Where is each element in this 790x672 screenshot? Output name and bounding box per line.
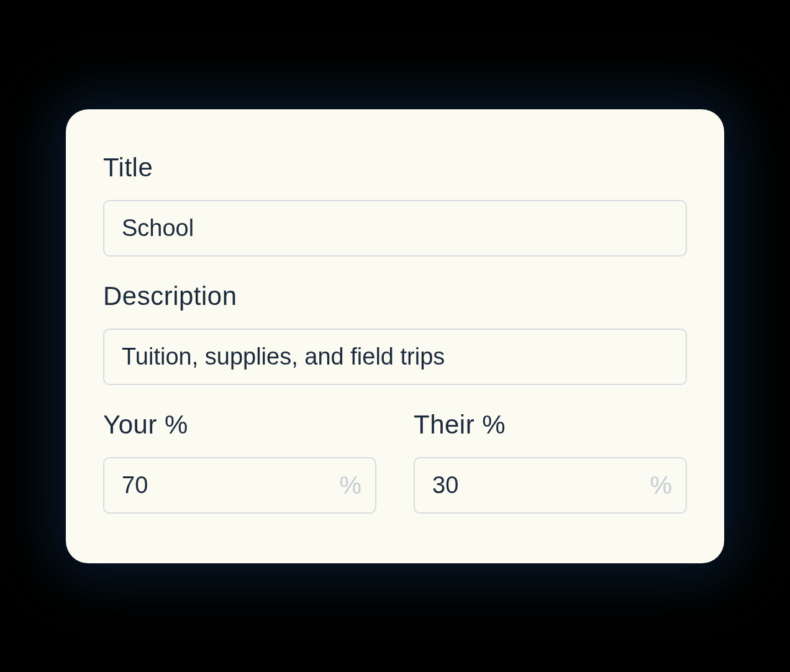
your-percent-input[interactable]: [103, 457, 376, 514]
expense-form-card: Title Description Your % % Their % %: [66, 109, 724, 563]
their-percent-group: Their % %: [414, 410, 687, 514]
your-percent-label: Your %: [103, 410, 376, 440]
title-group: Title: [103, 153, 687, 257]
description-group: Description: [103, 281, 687, 385]
their-percent-label: Their %: [414, 410, 687, 440]
your-percent-wrapper: %: [103, 457, 376, 514]
their-percent-wrapper: %: [414, 457, 687, 514]
percent-row: Your % % Their % %: [103, 410, 687, 514]
description-label: Description: [103, 281, 687, 311]
your-percent-group: Your % %: [103, 410, 376, 514]
description-input[interactable]: [103, 329, 687, 385]
title-input[interactable]: [103, 200, 687, 257]
title-label: Title: [103, 153, 687, 183]
their-percent-input[interactable]: [414, 457, 687, 514]
